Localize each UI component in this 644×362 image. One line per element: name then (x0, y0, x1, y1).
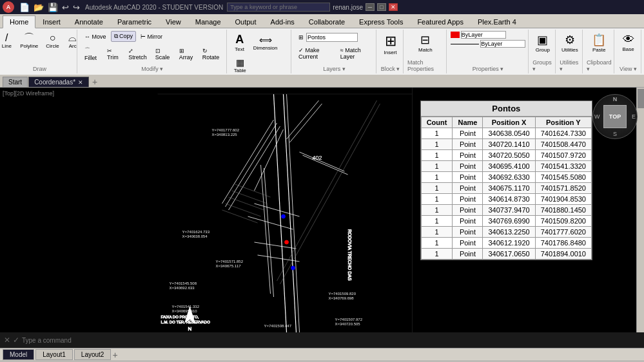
stretch-button[interactable]: ⤢ Stretch (125, 44, 151, 63)
trim-button[interactable]: ✂ Trim (104, 44, 124, 63)
utilities-button[interactable]: ⚙ Utilities (558, 31, 581, 55)
cmd-x-icon[interactable]: ✕ (4, 336, 10, 345)
ribbon-group-view: 👁 Base View ▾ (616, 30, 641, 73)
tab-insert[interactable]: Insert (35, 15, 68, 28)
cell-y: 7401508.4470 (535, 139, 591, 150)
tab-home[interactable]: Home (3, 15, 35, 28)
svg-point-25 (291, 266, 295, 270)
color-swatch[interactable] (451, 32, 460, 38)
navigation-cube[interactable]: N S W E TOP (592, 94, 638, 146)
layer-properties-button[interactable]: ⊞ (295, 31, 373, 44)
clipboard-group-label: Clipboard ▾ (587, 58, 612, 72)
array-button[interactable]: ⊞ Array (176, 44, 198, 63)
tab-expresstools[interactable]: Express Tools (352, 15, 410, 28)
quick-access-save[interactable]: 💾 (46, 3, 59, 12)
close-button[interactable]: ✕ (389, 3, 398, 11)
color-selector[interactable] (461, 31, 506, 39)
table-button[interactable]: ▦ Table (231, 55, 249, 75)
group-button[interactable]: ▣ Group (532, 31, 553, 55)
svg-point-26 (285, 240, 289, 244)
cell-y: 7401545.5080 (535, 172, 591, 183)
line-icon: / (5, 33, 8, 43)
move-button[interactable]: ↔ Move (81, 31, 110, 42)
match-layer-button[interactable]: ≈ Match Layer (337, 45, 373, 62)
command-input[interactable] (22, 337, 640, 344)
match-properties-button[interactable]: ⊟ Match (415, 31, 436, 55)
tab-layout2[interactable]: Layout2 (74, 349, 112, 360)
group-icon: ▣ (537, 33, 548, 47)
cell-count: 1 (421, 161, 453, 172)
compass-ring[interactable]: N S W E TOP (592, 94, 638, 139)
tab-view[interactable]: View (159, 15, 188, 28)
tab-output[interactable]: Output (228, 15, 264, 28)
add-layout-button[interactable]: + (112, 350, 117, 360)
restore-button[interactable]: □ (377, 3, 386, 11)
scrollbar-thumb[interactable] (638, 89, 644, 108)
tab-layout1[interactable]: Layout1 (35, 349, 73, 360)
circle-button[interactable]: ○ Circle (43, 31, 62, 51)
cell-name: Point (453, 227, 483, 238)
view-button[interactable]: 👁 Base (619, 31, 637, 54)
search-input[interactable] (227, 3, 330, 12)
scale-button[interactable]: ⊡ Scale (152, 44, 175, 63)
paste-button[interactable]: 📋 Paste (589, 31, 609, 55)
tab-featuredapps[interactable]: Featured Apps (410, 15, 471, 28)
tab-model[interactable]: Model (3, 349, 34, 360)
text-icon: A (235, 33, 244, 46)
tab-parametric[interactable]: Parametric (110, 15, 159, 28)
table-row: 1Point340675.11707401571.8520 (421, 183, 591, 194)
svg-text:FAIXA DO PROJETO,: FAIXA DO PROJETO, (161, 315, 199, 319)
layer-selector[interactable] (306, 33, 358, 42)
cell-y: 7401904.8530 (535, 194, 591, 205)
tab-coordenadas[interactable]: Coordenadas* ✕ (28, 77, 89, 87)
tab-annotate[interactable]: Annotate (68, 15, 110, 28)
cell-y: 7401777.6020 (535, 227, 591, 238)
mirror-button[interactable]: ⊢ Mirror (137, 31, 166, 42)
quick-access-redo[interactable]: ↪ (72, 3, 81, 12)
make-current-button[interactable]: ✓ Make Current (295, 45, 336, 62)
minimize-button[interactable]: ─ (366, 3, 375, 11)
fillet-button[interactable]: ⌒ Fillet (81, 44, 102, 63)
tab-plexearth[interactable]: Plex.Earth 4 (471, 15, 523, 28)
tab-collaborate[interactable]: Collaborate (302, 15, 352, 28)
cell-count: 1 (421, 205, 453, 216)
svg-line-6 (255, 129, 284, 191)
cell-x: 340613.2250 (483, 227, 535, 238)
layers-group-label: Layers ▾ (323, 64, 346, 72)
text-button[interactable]: A Text (231, 31, 249, 54)
view-cube-top[interactable]: TOP (603, 105, 627, 128)
command-line[interactable]: ✕ ✓ (0, 332, 644, 348)
quick-access-new[interactable]: 📄 (18, 3, 31, 12)
tab-start[interactable]: Start (3, 77, 28, 87)
linetype-selector[interactable] (480, 40, 525, 48)
linetype-swatch (451, 44, 479, 44)
cell-count: 1 (421, 183, 453, 194)
close-doc-tab[interactable]: ✕ (78, 79, 83, 86)
polyline-button[interactable]: ⌒ Polyline (17, 31, 41, 51)
cell-name: Point (453, 150, 483, 161)
insert-button[interactable]: ⊞ Insert (381, 31, 400, 57)
cmd-check-icon[interactable]: ✓ (13, 336, 19, 345)
workspace: [Top][2D Wireframe] (0, 88, 644, 332)
svg-text:X=340769.698: X=340769.698 (329, 296, 355, 300)
copy-button[interactable]: ⧉ Copy (111, 31, 137, 42)
quick-access-undo[interactable]: ↩ (61, 3, 70, 12)
rotate-button[interactable]: ↻ Rotate (199, 44, 224, 63)
data-table-title: Pontos (421, 101, 592, 117)
svg-line-21 (222, 210, 258, 223)
ribbon-group-modify: ↔ Move ⧉ Copy ⊢ Mirror ⌒ Fillet ✂ Trim ⤢… (79, 30, 227, 73)
cell-y: 7401880.1450 (535, 205, 591, 216)
dimension-button[interactable]: ⟺ Dimension (250, 33, 281, 53)
document-tabs: Start Coordenadas* ✕ + (0, 75, 644, 88)
tab-addins[interactable]: Add-ins (264, 15, 302, 28)
line-button[interactable]: / Line (0, 31, 15, 51)
table-row: 1Point340769.69907401509.8200 (421, 216, 591, 227)
cell-name: Point (453, 238, 483, 249)
tab-manage[interactable]: Manage (188, 15, 228, 28)
col-y: Position Y (535, 117, 591, 128)
new-tab-button[interactable]: + (90, 77, 100, 87)
svg-line-8 (290, 104, 322, 142)
quick-access-open[interactable]: 📂 (32, 3, 45, 12)
cell-count: 1 (421, 128, 453, 139)
cell-count: 1 (421, 238, 453, 249)
